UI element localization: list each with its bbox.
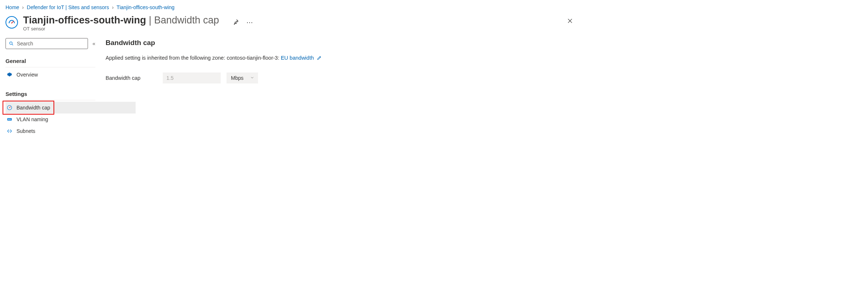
svg-line-7 xyxy=(12,44,13,45)
gauge-small-icon xyxy=(6,105,13,111)
svg-point-10 xyxy=(9,107,10,108)
pin-icon[interactable] xyxy=(232,19,239,26)
svg-line-1 xyxy=(12,21,14,23)
more-icon[interactable]: ⋯ xyxy=(246,18,254,26)
sidebar-item-vlan-naming[interactable]: VLAN naming xyxy=(5,113,95,125)
bandwidth-unit-select[interactable]: Mbps xyxy=(227,72,258,83)
sidebar-item-label: Subnets xyxy=(16,128,35,134)
breadcrumb-current[interactable]: Tianjin-offices-south-wing xyxy=(117,4,174,10)
gauge-icon xyxy=(5,16,18,29)
overview-icon xyxy=(6,72,13,78)
svg-point-6 xyxy=(10,42,12,44)
sidebar-item-bandwidth-cap[interactable]: Bandwidth cap xyxy=(5,102,95,113)
bandwidth-cap-form-row: Bandwidth cap Mbps xyxy=(106,72,573,83)
bandwidth-unit-value: Mbps xyxy=(231,75,243,81)
sidebar: « General Overview Settings xyxy=(5,38,95,145)
chevron-right-icon: › xyxy=(22,4,24,10)
svg-point-2 xyxy=(10,22,10,22)
bandwidth-cap-label: Bandwidth cap xyxy=(106,75,157,81)
svg-rect-13 xyxy=(9,119,10,120)
inherited-setting-description: Applied setting is inherited from the fo… xyxy=(106,55,573,62)
collapse-sidebar-icon[interactable]: « xyxy=(92,41,95,46)
sidebar-item-overview[interactable]: Overview xyxy=(5,69,95,81)
svg-rect-12 xyxy=(8,119,9,120)
edit-icon[interactable] xyxy=(317,56,322,62)
inherited-zone-link[interactable]: EU bandwidth xyxy=(281,55,314,61)
sidebar-item-label: Bandwidth cap xyxy=(16,105,50,111)
vlan-icon xyxy=(6,116,13,122)
page-subtitle: OT sensor xyxy=(23,26,219,31)
close-icon[interactable] xyxy=(567,18,573,25)
svg-point-15 xyxy=(9,131,10,131)
svg-rect-14 xyxy=(11,119,11,120)
bandwidth-cap-input[interactable] xyxy=(163,72,221,83)
search-box[interactable] xyxy=(5,38,88,49)
sidebar-section-general: General xyxy=(5,56,95,67)
breadcrumb-home[interactable]: Home xyxy=(5,4,19,10)
svg-line-16 xyxy=(320,57,320,57)
breadcrumb-sites-sensors[interactable]: Defender for IoT | Sites and sensors xyxy=(27,4,109,10)
svg-point-3 xyxy=(11,21,11,21)
sidebar-section-settings: Settings xyxy=(5,89,95,100)
sidebar-item-subnets[interactable]: Subnets xyxy=(5,125,95,137)
chevron-right-icon: › xyxy=(112,4,114,10)
search-input[interactable] xyxy=(17,41,85,46)
breadcrumb: Home › Defender for IoT | Sites and sens… xyxy=(5,4,573,10)
page-header: Tianjin-offices-south-wing | Bandwidth c… xyxy=(5,15,573,31)
sidebar-item-label: Overview xyxy=(16,72,38,78)
main-content: Bandwidth cap Applied setting is inherit… xyxy=(106,38,573,145)
search-icon xyxy=(9,41,14,46)
chevron-down-icon xyxy=(250,75,254,81)
sidebar-item-label: VLAN naming xyxy=(16,116,48,122)
page-title: Tianjin-offices-south-wing | Bandwidth c… xyxy=(23,15,219,26)
subnets-icon xyxy=(6,128,13,134)
content-heading: Bandwidth cap xyxy=(106,39,573,47)
